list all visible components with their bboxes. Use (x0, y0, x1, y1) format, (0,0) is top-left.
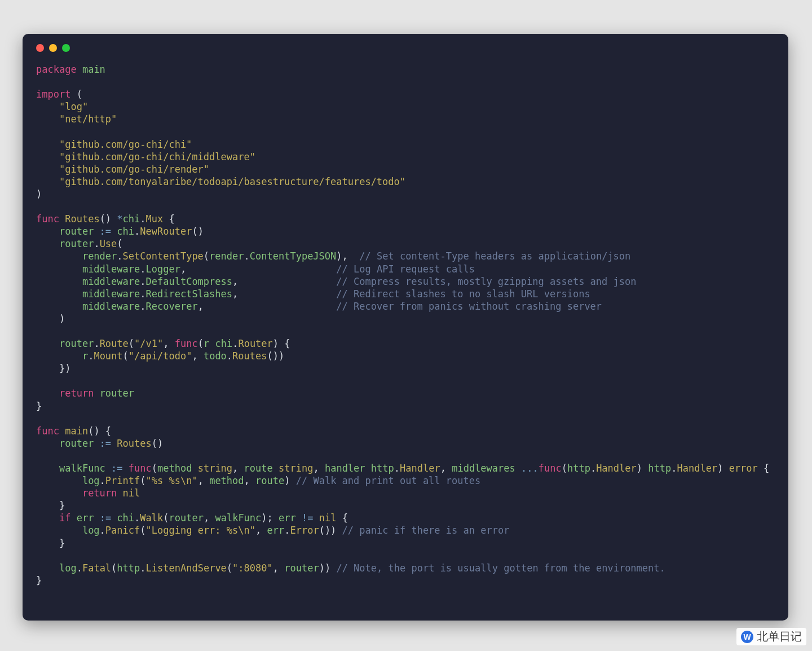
keyword-import: import (36, 89, 70, 100)
import-path: "github.com/tonyalaribe/todoapi/basestru… (59, 176, 405, 187)
comment: // panic if there is an error (342, 525, 510, 536)
window-traffic-lights (36, 44, 775, 52)
import-path: "github.com/go-chi/chi/middleware" (59, 151, 255, 162)
comment: // Log API request calls (336, 263, 475, 275)
maximize-icon[interactable] (62, 44, 70, 52)
comment: // Set content-Type headers as applicati… (359, 250, 630, 262)
watermark-badge-icon: W (741, 631, 753, 643)
comment: // Note, the port is usually gotten from… (336, 562, 665, 574)
watermark-text: 北单日记 (757, 629, 802, 644)
import-path: "github.com/go-chi/render" (59, 164, 209, 175)
comment: // Compress results, mostly gzipping ass… (336, 276, 636, 287)
keyword-func: func (36, 213, 59, 225)
import-path: "log" (59, 101, 88, 112)
func-routes: Routes (65, 213, 99, 225)
comment: // Redirect slashes to no slash URL vers… (336, 288, 590, 300)
import-path: "github.com/go-chi/chi" (59, 139, 192, 150)
func-main: main (65, 425, 88, 437)
package-name: main (82, 64, 105, 75)
code-block: package main import ( "log" "net/http" "… (36, 63, 775, 587)
import-path: "net/http" (59, 113, 117, 125)
keyword-package: package (36, 64, 77, 75)
comment: // Recover from panics without crashing … (336, 301, 602, 312)
keyword-func: func (36, 425, 59, 437)
code-window: package main import ( "log" "net/http" "… (23, 34, 788, 621)
comment: // Walk and print out all routes (296, 475, 481, 486)
minimize-icon[interactable] (49, 44, 57, 52)
close-icon[interactable] (36, 44, 44, 52)
watermark: W 北单日记 (736, 628, 806, 645)
